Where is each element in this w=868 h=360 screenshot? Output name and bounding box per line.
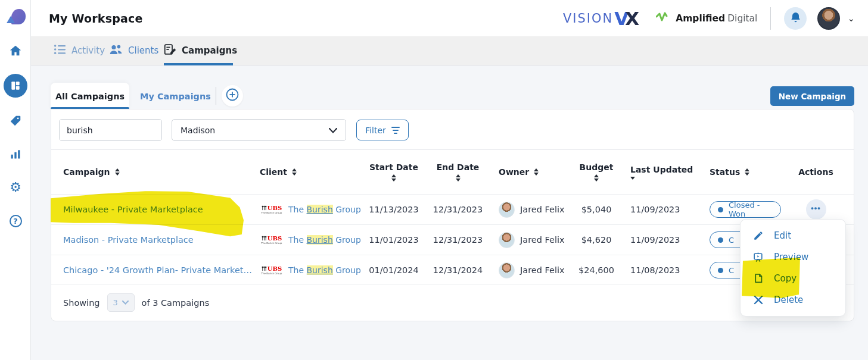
column-status[interactable]: Status — [695, 167, 778, 177]
column-last-updated[interactable]: Last Updated — [623, 165, 695, 180]
user-avatar[interactable] — [817, 7, 840, 30]
status-badge[interactable]: Closed - Won — [710, 201, 781, 218]
tab-activity[interactable]: Activity — [54, 36, 105, 65]
client-link[interactable]: The Burish Group — [288, 235, 361, 245]
sidebar-item-help[interactable]: ? — [8, 213, 23, 228]
tab-campaigns[interactable]: Campaigns — [164, 36, 237, 65]
subtab-my-campaigns[interactable]: My Campaigns — [140, 92, 211, 101]
start-date: 11/13/2023 — [361, 205, 427, 214]
add-view-button[interactable] — [222, 85, 243, 107]
budget: $24,600 — [570, 265, 623, 275]
sidebar-item-tags[interactable] — [8, 113, 23, 129]
sort-icon[interactable] — [292, 168, 297, 176]
home-icon — [9, 44, 22, 57]
column-start-date[interactable]: Start Date — [361, 162, 427, 181]
column-budget[interactable]: Budget — [570, 162, 623, 181]
table-header-row: Campaign Client Start Date End Date Owne… — [51, 150, 854, 194]
x-icon — [752, 295, 764, 305]
notifications-button[interactable] — [784, 7, 807, 30]
budget: $4,620 — [570, 235, 623, 245]
table-row: Chicago - '24 Growth Plan- Private Marke… — [51, 255, 854, 285]
menu-item-preview[interactable]: Preview — [741, 246, 845, 268]
ubs-logo[interactable]: UBSThe Burish Group — [260, 266, 284, 275]
status-cell: Closed - Won — [695, 201, 778, 218]
last-updated: 11/09/2023 — [623, 235, 695, 245]
sort-icon[interactable] — [115, 168, 120, 176]
status-dot-icon — [718, 268, 723, 273]
menu-item-copy[interactable]: Copy — [741, 268, 845, 289]
pencil-icon — [752, 230, 764, 241]
owner-avatar — [499, 232, 515, 248]
budget: $5,040 — [570, 205, 623, 214]
sidebar-item-workspace[interactable] — [4, 74, 27, 98]
amplified-word: Amplified — [676, 13, 725, 24]
sort-icon[interactable] — [745, 168, 749, 176]
start-date: 01/01/2024 — [361, 265, 427, 275]
filter-button[interactable]: Filter — [356, 120, 409, 140]
ubs-logo[interactable]: UBSThe Burish Group — [260, 236, 284, 245]
client-link[interactable]: The Burish Group — [288, 265, 361, 275]
client-cell: UBSThe Burish Group The Burish Group — [254, 205, 361, 214]
row-actions-button[interactable]: ••• — [806, 199, 826, 220]
sort-icon[interactable] — [594, 174, 599, 181]
table-footer: Showing 3 of 3 Campaigns Pages « ‹ — [51, 284, 854, 321]
top-header: My Workspace VISION VX AmplifiedDigital … — [31, 0, 868, 36]
copy-icon — [752, 273, 764, 284]
tab-activity-label: Activity — [71, 45, 105, 56]
sidebar-item-settings[interactable]: ⚙ — [8, 180, 23, 195]
status-dot-icon — [718, 207, 723, 212]
tab-clients-label: Clients — [128, 45, 158, 56]
of-campaigns-label: of 3 Campaigns — [142, 298, 210, 308]
menu-item-delete[interactable]: Delete — [741, 289, 845, 311]
filter-row: Madison Filter — [51, 109, 854, 150]
end-date: 12/31/2024 — [427, 265, 489, 275]
campaigns-card: Madison Filter Campaign Client Start Dat… — [51, 109, 854, 321]
new-campaign-button[interactable]: New Campaign — [770, 86, 854, 106]
region-select[interactable]: Madison — [172, 119, 346, 141]
ubs-logo[interactable]: UBSThe Burish Group — [260, 205, 284, 214]
start-date: 11/01/2023 — [361, 235, 427, 245]
table-row: Milwaukee - Private Marketplace UBSThe B… — [51, 194, 854, 224]
column-actions: Actions — [778, 167, 854, 177]
owner-avatar — [499, 202, 515, 218]
vision-wordmark: VISION — [563, 11, 613, 26]
menu-item-edit[interactable]: Edit — [741, 225, 845, 246]
owner-avatar — [499, 262, 515, 278]
sort-icon[interactable] — [534, 168, 539, 176]
campaign-link[interactable]: Milwaukee - Private Marketplace — [51, 205, 254, 214]
subtab-all-campaigns[interactable]: All Campaigns — [51, 83, 129, 109]
last-updated: 11/09/2023 — [623, 205, 695, 214]
column-campaign[interactable]: Campaign — [51, 167, 254, 177]
column-owner[interactable]: Owner — [489, 167, 570, 177]
campaign-link[interactable]: Madison - Private Marketplace — [51, 235, 254, 245]
page-title: My Workspace — [49, 12, 143, 25]
page-size-select[interactable]: 3 — [107, 293, 135, 312]
column-end-date[interactable]: End Date — [427, 162, 489, 181]
campaign-link[interactable]: Chicago - '24 Growth Plan- Private Marke… — [51, 265, 254, 275]
actions-cell: ••• — [778, 199, 854, 220]
sidebar-item-analytics[interactable] — [8, 146, 23, 162]
client-cell: UBSThe Burish Group The Burish Group — [254, 265, 361, 275]
filter-button-label: Filter — [365, 126, 386, 135]
owner-name: Jared Felix — [520, 265, 565, 275]
sidebar-item-home[interactable] — [8, 43, 23, 58]
sort-icon[interactable] — [391, 174, 396, 181]
pulse-icon — [656, 11, 671, 26]
bar-chart-icon — [10, 148, 21, 160]
owner-name: Jared Felix — [520, 235, 565, 245]
search-match-highlight: Burish — [307, 235, 333, 245]
search-match-highlight: Burish — [307, 265, 333, 275]
client-link[interactable]: The Burish Group — [288, 205, 361, 214]
vx-mark: VX — [614, 8, 636, 29]
row-actions-menu: Edit Preview Copy Delete — [740, 219, 846, 317]
tab-clients[interactable]: Clients — [109, 36, 158, 65]
column-client[interactable]: Client — [254, 167, 361, 177]
bell-icon — [790, 11, 801, 26]
workspace-tabs: Activity Clients Campaigns — [31, 36, 868, 65]
sort-icon[interactable] — [456, 174, 461, 181]
tag-icon — [9, 114, 22, 127]
sort-desc-icon[interactable] — [630, 177, 635, 180]
user-menu-caret-icon[interactable]: ⌄ — [847, 13, 855, 24]
search-input[interactable] — [59, 119, 162, 141]
filter-lines-icon — [391, 127, 400, 134]
